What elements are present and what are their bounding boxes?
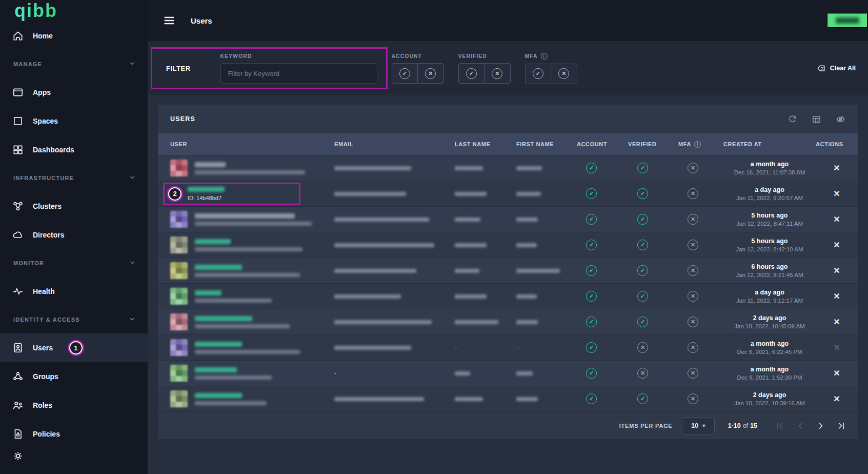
primary-action-button[interactable]	[827, 13, 868, 28]
sidebar-item-dashboards[interactable]: Dashboards	[0, 135, 148, 164]
sidebar-item-clusters[interactable]: Clusters	[0, 192, 148, 221]
delete-user-button[interactable]: ✕	[833, 395, 840, 403]
col-mfa[interactable]: MFAi	[678, 141, 723, 148]
next-page-button[interactable]	[816, 421, 826, 431]
delete-user-button[interactable]: ✕	[833, 292, 840, 301]
sidebar-item-settings[interactable]	[0, 448, 148, 474]
sidebar-section-monitor[interactable]: MONITOR	[0, 249, 148, 277]
refresh-button[interactable]	[788, 114, 797, 124]
cross-circle-icon: ✕	[688, 291, 698, 302]
created-timestamp: Jan 12, 2022, 8:21:45 AM	[736, 272, 803, 278]
delete-user-button[interactable]: ✕	[833, 344, 840, 352]
user-cell	[170, 211, 334, 228]
sidebar-section-manage[interactable]: MANAGE	[0, 50, 148, 78]
blurred-text	[334, 320, 432, 324]
col-email[interactable]: EMAIL	[334, 141, 455, 147]
col-verified[interactable]: VERIFIED	[628, 141, 678, 147]
sidebar-item-label: Roles	[33, 401, 52, 409]
annotation-highlight-box: 2ID: 14b48bd7	[163, 183, 300, 205]
sidebar-item-home[interactable]: Home	[0, 22, 148, 50]
table-row[interactable]: -✓✕✕a month agoDec 9, 2021, 1:52:30 PM✕	[158, 360, 858, 386]
last-name-cell	[455, 218, 516, 222]
sidebar-section-infrastructure[interactable]: INFRASTRUCTURE	[0, 164, 148, 192]
table-row[interactable]: 2ID: 14b48bd7✓✓✕a day agoJan 11, 2022, 9…	[158, 181, 858, 206]
clear-all-label: Clear All	[830, 65, 856, 72]
verified-no-button[interactable]: ✕	[484, 64, 510, 83]
table-row[interactable]: --✓✕✕a month agoDec 6, 2021, 6:22:45 PM✕	[158, 334, 858, 360]
created-timestamp: Jan 12, 2022, 8:42:10 AM	[736, 246, 803, 252]
table-row[interactable]: ✓✓✕2 days agoJan 10, 2022, 10:39:16 AM✕	[158, 386, 858, 411]
mfa-status-cell: ✕	[678, 368, 723, 379]
sidebar-item-roles[interactable]: Roles	[0, 391, 148, 420]
table-row[interactable]: ✓✓✕2 days agoJan 10, 2022, 10:45:09 AM✕	[158, 309, 858, 334]
col-created-at[interactable]: CREATED AT	[723, 141, 816, 147]
keyword-input[interactable]	[220, 63, 377, 84]
hide-columns-button[interactable]	[836, 114, 845, 124]
chevron-down-icon: ▾	[702, 423, 705, 428]
table-row[interactable]: ✓✓✕a day agoJan 11, 2022, 9:12:17 AM✕	[158, 283, 858, 309]
sidebar-item-spaces[interactable]: Spaces	[0, 107, 148, 135]
verified-status-cell: ✓	[628, 317, 678, 327]
delete-user-button[interactable]: ✕	[833, 215, 840, 224]
delete-user-button[interactable]: ✕	[833, 241, 840, 249]
account-filter-label: ACCOUNT	[392, 53, 444, 59]
clear-all-button[interactable]: Clear All	[817, 64, 858, 73]
delete-user-button[interactable]: ✕	[833, 190, 840, 198]
table-row[interactable]: ✓✓✕a month agoDec 16, 2021, 11:07:38 AM✕	[158, 155, 858, 181]
sidebar-item-apps[interactable]: Apps	[0, 78, 148, 107]
created-relative: a month ago	[751, 340, 789, 347]
col-account[interactable]: ACCOUNT	[577, 141, 628, 147]
sidebar-item-users[interactable]: Users1	[0, 333, 148, 362]
created-relative: a day ago	[755, 289, 784, 296]
delete-user-button[interactable]: ✕	[833, 318, 840, 326]
delete-user-button[interactable]: ✕	[833, 267, 840, 275]
table-body: ✓✓✕a month agoDec 16, 2021, 11:07:38 AM✕…	[158, 155, 858, 411]
content-area: USERS USER EMAIL	[148, 95, 868, 474]
sidebar-item-label: Home	[33, 32, 53, 40]
delete-user-button[interactable]: ✕	[833, 369, 840, 378]
column-settings-button[interactable]	[812, 114, 821, 124]
logo-text: qibb	[14, 0, 57, 22]
table-row[interactable]: ✓✓✕5 hours agoJan 12, 2022, 8:42:10 AM✕	[158, 232, 858, 258]
verified-status-cell: ✓	[628, 240, 678, 250]
menu-icon[interactable]	[163, 14, 175, 27]
info-icon[interactable]: i	[694, 141, 701, 148]
verified-yes-button[interactable]: ✓	[459, 64, 485, 83]
annotation-step-badge: 2	[168, 187, 181, 201]
col-last-name[interactable]: LAST NAME	[455, 141, 516, 147]
avatar	[170, 236, 188, 254]
info-icon[interactable]: i	[541, 53, 548, 60]
main-area: Users FILTER KEYWORD ACCOUNT ✓ ✕ VERIFIE…	[148, 0, 868, 474]
created-relative: 6 hours ago	[752, 263, 788, 270]
table-row[interactable]: ✓✓✕5 hours agoJan 12, 2022, 8:47:11 AM✕	[158, 206, 858, 232]
account-no-button[interactable]: ✕	[417, 64, 443, 83]
last-page-button[interactable]	[836, 421, 846, 431]
sidebar-section-identity-access[interactable]: IDENTITY & ACCESS	[0, 306, 148, 333]
mfa-no-button[interactable]: ✕	[551, 64, 577, 84]
created-at-cell: 5 hours agoJan 12, 2022, 8:42:10 AM	[723, 238, 816, 252]
blurred-text	[195, 324, 290, 328]
sidebar-item-policies[interactable]: Policies	[0, 420, 148, 448]
previous-page-button[interactable]	[795, 421, 805, 431]
mfa-yes-button[interactable]: ✓	[526, 64, 551, 84]
cross-circle-icon: ✕	[688, 163, 698, 173]
avatar	[170, 262, 188, 280]
items-per-page-select[interactable]: 10 ▾	[682, 417, 715, 434]
sidebar-item-directors[interactable]: Directors	[0, 221, 148, 249]
delete-user-button[interactable]: ✕	[833, 164, 840, 172]
verified-status-cell: ✓	[628, 214, 678, 225]
sidebar-item-groups[interactable]: Groups	[0, 362, 148, 391]
filter-bar: FILTER KEYWORD ACCOUNT ✓ ✕ VERIFIED ✓ ✕	[148, 41, 868, 95]
table-row[interactable]: ✓✓✕6 hours agoJan 12, 2022, 8:21:45 AM✕	[158, 258, 858, 283]
verified-status-cell: ✓	[628, 393, 678, 404]
cross-circle-icon: ✕	[425, 68, 436, 79]
account-yes-button[interactable]: ✓	[392, 64, 418, 83]
check-circle-icon: ✓	[586, 265, 597, 276]
first-page-button[interactable]	[775, 421, 785, 431]
col-user[interactable]: USER	[170, 141, 334, 147]
col-first-name[interactable]: FIRST NAME	[516, 141, 577, 147]
first-name-cell	[516, 192, 577, 196]
cross-circle-icon: ✕	[637, 368, 648, 379]
sidebar-item-health[interactable]: Health	[0, 277, 148, 306]
check-circle-icon: ✓	[399, 68, 410, 79]
